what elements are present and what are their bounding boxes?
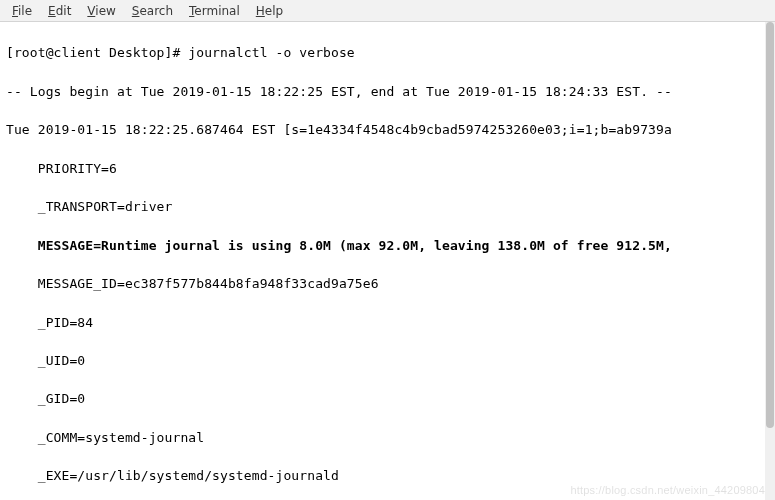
entry-header: Tue 2019-01-15 18:22:25.687464 EST [s=1e… [6,120,771,139]
field-comm: _COMM=systemd-journal [6,428,771,447]
menubar: File Edit View Search Terminal Help [0,0,775,22]
menu-terminal[interactable]: Terminal [181,2,248,20]
field-message: MESSAGE=Runtime journal is using 8.0M (m… [6,236,771,255]
field-pid: _PID=84 [6,313,771,332]
menu-edit[interactable]: Edit [40,2,79,20]
field-uid: _UID=0 [6,351,771,370]
menu-view[interactable]: View [79,2,123,20]
prompt-line: [root@client Desktop]# journalctl -o ver… [6,43,771,62]
scrollbar-vertical[interactable] [765,22,775,500]
scrollbar-thumb[interactable] [766,22,774,428]
field-transport: _TRANSPORT=driver [6,197,771,216]
field-exe: _EXE=/usr/lib/systemd/systemd-journald [6,466,771,485]
field-priority: PRIORITY=6 [6,159,771,178]
logs-range-line: -- Logs begin at Tue 2019-01-15 18:22:25… [6,82,771,101]
terminal-output[interactable]: [root@client Desktop]# journalctl -o ver… [0,22,775,500]
field-message-id: MESSAGE_ID=ec387f577b844b8fa948f33cad9a7… [6,274,771,293]
menu-file[interactable]: File [4,2,40,20]
menu-search[interactable]: Search [124,2,181,20]
field-gid: _GID=0 [6,389,771,408]
menu-help[interactable]: Help [248,2,291,20]
watermark: https://blog.csdn.net/weixin_44209804 [570,484,765,496]
